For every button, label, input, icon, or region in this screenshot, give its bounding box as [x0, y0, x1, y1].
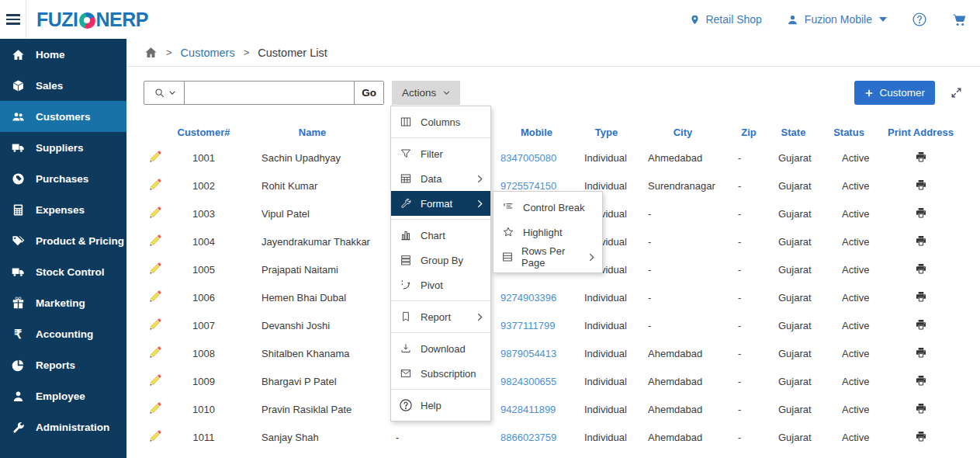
edit-row-button[interactable]	[148, 317, 163, 331]
menu-item-chart[interactable]: Chart	[391, 223, 490, 248]
cell-type: Individual	[580, 311, 632, 339]
column-header-print-address[interactable]: Print Address	[875, 120, 966, 144]
submenu-item-highlight[interactable]: Highlight	[493, 220, 602, 245]
sidebar-item-stock-control[interactable]: Stock Control	[0, 256, 126, 287]
cart-button[interactable]	[951, 12, 968, 27]
column-header-status[interactable]: Status	[822, 120, 875, 144]
menu-item-format[interactable]: Format	[391, 191, 490, 216]
column-header-mobile[interactable]: Mobile	[493, 120, 580, 144]
submenu-item-control-break[interactable]: Control Break	[493, 195, 602, 220]
subscription-icon	[399, 367, 413, 380]
edit-row-button[interactable]	[148, 261, 163, 276]
cell-type: Individual	[580, 283, 632, 311]
sidebar-item-expenses[interactable]: Expenses	[0, 194, 126, 225]
print-address-button[interactable]	[915, 346, 927, 359]
column-header-name[interactable]: Name	[241, 120, 384, 144]
column-header-state[interactable]: State	[764, 120, 822, 144]
chevron-right-icon	[589, 253, 594, 262]
cell-zip: -	[733, 367, 764, 395]
cell-status: Active	[822, 200, 875, 227]
print-address-button[interactable]	[915, 402, 927, 415]
menu-item-pivot[interactable]: Pivot	[391, 272, 490, 297]
edit-row-button[interactable]	[148, 373, 163, 387]
menu-item-columns[interactable]: Columns	[391, 109, 490, 134]
mobile-link[interactable]: 9428411899	[500, 404, 556, 415]
column-header-customer[interactable]: Customer#	[167, 120, 241, 144]
help-button[interactable]	[910, 12, 927, 27]
hamburger-icon[interactable]	[0, 0, 26, 39]
sidebar-item-sales[interactable]: Sales	[0, 70, 126, 101]
cell-name: Prajapati Naitami	[241, 255, 384, 283]
app-logo[interactable]: FUZI NERP	[36, 9, 148, 31]
print-address-button[interactable]	[915, 262, 927, 275]
edit-row-button[interactable]	[148, 345, 163, 359]
sidebar-item-accounting[interactable]: ₹Accounting	[0, 318, 126, 349]
filter-icon	[399, 147, 413, 160]
edit-row-button[interactable]	[148, 233, 163, 248]
group-by-icon	[399, 254, 413, 266]
menu-item-group-by[interactable]: Group By	[391, 248, 490, 272]
go-button[interactable]: Go	[354, 82, 383, 104]
print-address-button[interactable]	[915, 151, 927, 163]
cell-city: Ahemdabad	[632, 339, 733, 367]
print-address-button[interactable]	[915, 179, 927, 191]
sidebar-item-employee[interactable]: Employee	[0, 380, 126, 411]
sidebar-item-home[interactable]: Home	[0, 39, 126, 70]
cell-type: Individual	[580, 339, 632, 367]
edit-row-button[interactable]	[148, 177, 163, 192]
menu-item-report[interactable]: Report	[391, 304, 490, 329]
cell-zip: -	[733, 395, 764, 423]
mobile-link[interactable]: 8347005080	[500, 152, 556, 164]
column-header-zip[interactable]: Zip	[733, 120, 764, 144]
menu-item-download[interactable]: Download	[391, 336, 490, 361]
mobile-link[interactable]: 9879054413	[500, 348, 556, 359]
print-address-button[interactable]	[915, 234, 927, 247]
menu-item-subscription[interactable]: Subscription	[391, 361, 490, 386]
retail-shop-link[interactable]: Retail Shop	[688, 13, 761, 26]
mobile-link[interactable]: 9725574150	[500, 180, 556, 192]
sidebar-item-suppliers[interactable]: Suppliers	[0, 132, 126, 163]
users-icon	[10, 110, 26, 123]
edit-row-button[interactable]	[148, 205, 163, 220]
edit-row-button[interactable]	[148, 429, 163, 443]
menu-item-data[interactable]: Data	[391, 166, 490, 191]
cell-name: Shitalben Khanama	[241, 339, 384, 367]
mobile-link[interactable]: 9824300655	[500, 376, 556, 387]
sidebar-item-reports[interactable]: Reports	[0, 349, 126, 380]
table-header-row: Customer#NameMobileTypeCityZipStateStatu…	[144, 120, 966, 144]
cell-type: Individual	[580, 144, 632, 172]
sidebar-item-marketing[interactable]: Marketing	[0, 287, 126, 318]
mobile-link[interactable]: 9274903396	[500, 292, 556, 304]
column-header-type[interactable]: Type	[580, 120, 632, 144]
print-address-button[interactable]	[915, 430, 927, 442]
actions-button[interactable]: Actions	[392, 81, 460, 105]
mobile-link[interactable]: 9377111799	[500, 320, 555, 331]
cell-status: Active	[822, 255, 875, 283]
mobile-link[interactable]: 8866023759	[500, 432, 556, 443]
topbar-right: Retail Shop Fuzion Mobile	[688, 12, 980, 27]
print-address-button[interactable]	[915, 374, 927, 387]
edit-row-button[interactable]	[148, 401, 163, 415]
add-customer-button[interactable]: Customer	[854, 81, 935, 105]
user-menu[interactable]: Fuzion Mobile	[785, 13, 887, 26]
sidebar-item-administration[interactable]: Administration	[0, 411, 126, 442]
sidebar-item-customers[interactable]: Customers	[0, 101, 126, 132]
search-options-button[interactable]	[144, 82, 185, 104]
sidebar-item-purchases[interactable]: Purchases	[0, 163, 126, 194]
print-address-button[interactable]	[915, 290, 927, 303]
edit-row-button[interactable]	[148, 289, 163, 304]
help-icon	[912, 12, 927, 27]
sidebar-item-product-pricing[interactable]: Product & Pricing	[0, 225, 126, 256]
home-icon[interactable]	[144, 46, 158, 59]
menu-item-help[interactable]: Help	[391, 393, 490, 418]
column-header-city[interactable]: City	[632, 120, 733, 144]
breadcrumb-customers-link[interactable]: Customers	[181, 47, 235, 59]
expand-icon[interactable]	[950, 86, 963, 99]
edit-row-button[interactable]	[148, 149, 163, 164]
menu-item-filter[interactable]: Filter	[391, 141, 490, 166]
submenu-item-rows-per-page[interactable]: Rows Per Page	[493, 245, 602, 269]
print-address-button[interactable]	[915, 318, 927, 331]
print-address-button[interactable]	[915, 206, 927, 219]
search-input[interactable]	[185, 82, 354, 104]
cell-state: Gujarat	[764, 311, 822, 339]
